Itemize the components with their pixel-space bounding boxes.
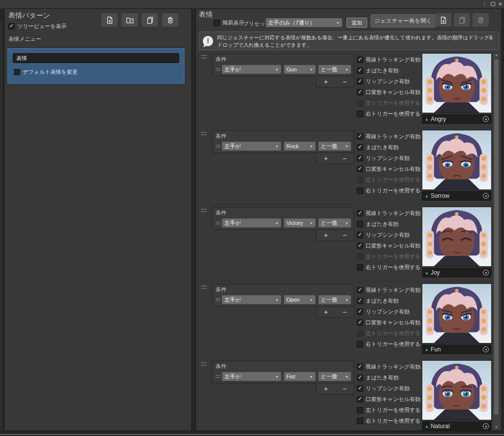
checkbox-box[interactable] <box>357 396 363 403</box>
checkbox-box[interactable] <box>357 166 363 172</box>
object-picker-icon[interactable] <box>483 346 489 352</box>
gesture-dropdown[interactable]: Gun ▼ <box>284 64 316 74</box>
object-picker-icon[interactable] <box>483 116 489 122</box>
checkbox-box[interactable] <box>357 57 363 63</box>
mouth-morph-cancel-checkbox[interactable]: 口変形キャンセル有効 <box>357 319 420 326</box>
scroll-up-icon[interactable]: ▲ <box>493 53 500 57</box>
default-expression-toggle[interactable]: デフォルト表情を変更 <box>14 68 78 76</box>
match-dropdown[interactable]: と一致 ▼ <box>318 218 351 228</box>
scrollbar-thumb[interactable] <box>494 59 499 415</box>
row-drag-handle[interactable] <box>201 55 207 59</box>
remove-condition-button[interactable]: − <box>343 155 346 162</box>
hand-dropdown[interactable]: 左手が ▼ <box>221 141 282 151</box>
checkbox-box[interactable] <box>357 89 363 95</box>
checkbox-box[interactable] <box>8 23 15 30</box>
remove-condition-button[interactable]: − <box>343 309 346 315</box>
add-condition-button[interactable]: + <box>324 155 328 162</box>
match-dropdown[interactable]: と一致 ▼ <box>318 372 351 381</box>
checkbox-box[interactable] <box>357 374 363 381</box>
checkbox-box[interactable] <box>357 187 363 194</box>
checkbox-box[interactable] <box>357 385 363 392</box>
gesture-dropdown[interactable]: Victory ▼ <box>284 218 316 228</box>
scroll-down-icon[interactable]: ▼ <box>493 425 500 429</box>
checkbox-box[interactable] <box>357 210 363 217</box>
lipsync-checkbox[interactable]: リップシンク有効 <box>357 78 410 85</box>
add-condition-button[interactable]: + <box>324 232 328 239</box>
row-drag-handle[interactable] <box>201 362 207 366</box>
blink-checkbox[interactable]: まばたき有効 <box>357 144 399 151</box>
add-condition-button[interactable]: + <box>324 309 328 315</box>
checkbox-box[interactable] <box>357 111 363 117</box>
checkbox-box[interactable] <box>357 264 363 271</box>
hand-dropdown[interactable]: 左手が ▼ <box>221 64 282 74</box>
blink-checkbox[interactable]: まばたき有効 <box>357 374 399 381</box>
match-dropdown[interactable]: と一致 ▼ <box>318 64 351 74</box>
remove-condition-button[interactable]: − <box>343 232 346 239</box>
blink-checkbox[interactable]: まばたき有効 <box>357 67 399 74</box>
open-gesture-table-button[interactable]: ジェスチャー表を開く <box>371 14 436 28</box>
checkbox-box[interactable] <box>14 69 20 75</box>
match-dropdown[interactable]: と一致 ▼ <box>318 295 351 305</box>
right-trigger-checkbox[interactable]: 右トリガーを使用する <box>357 110 421 118</box>
expression-menu-selected-item[interactable]: デフォルト表情を変更 <box>7 48 185 84</box>
checkbox-box[interactable] <box>357 319 363 326</box>
checkbox-box[interactable] <box>357 144 363 151</box>
condition-drag-handle[interactable] <box>216 298 220 301</box>
checkbox-box[interactable] <box>357 78 363 85</box>
eye-tracking-checkbox[interactable]: 視線トラッキング有効 <box>357 286 421 294</box>
window-close-icon[interactable]: ✕ <box>498 0 503 7</box>
gesture-dropdown[interactable]: Fist ▼ <box>284 372 316 381</box>
row-drag-handle[interactable] <box>201 285 207 289</box>
blink-checkbox[interactable]: まばたき有効 <box>357 297 399 305</box>
eye-tracking-checkbox[interactable]: 視線トラッキング有効 <box>357 133 421 140</box>
vertical-scrollbar[interactable]: ▲ ▼ <box>493 52 500 430</box>
row-drag-handle[interactable] <box>201 209 207 212</box>
match-dropdown[interactable]: と一致 ▼ <box>318 141 351 151</box>
hand-dropdown[interactable]: 左手が ▼ <box>221 372 282 381</box>
condition-drag-handle[interactable] <box>216 68 220 71</box>
checkbox-box[interactable] <box>357 155 363 161</box>
eye-tracking-checkbox[interactable]: 視線トラッキング有効 <box>357 56 421 63</box>
new-folder-button[interactable] <box>122 13 138 27</box>
checkbox-box[interactable] <box>357 309 363 315</box>
object-picker-icon[interactable] <box>483 423 489 429</box>
simple-view-toggle[interactable]: 簡易表示 <box>214 19 244 27</box>
mouth-morph-cancel-checkbox[interactable]: 口変形キャンセル有効 <box>357 242 420 249</box>
lipsync-checkbox[interactable]: リップシンク有効 <box>357 385 410 392</box>
checkbox-box[interactable] <box>357 364 363 370</box>
checkbox-box[interactable] <box>357 287 363 293</box>
object-picker-icon[interactable] <box>483 193 489 199</box>
object-picker-icon[interactable] <box>483 270 489 276</box>
checkbox-box[interactable] <box>357 418 363 424</box>
window-menu-icon[interactable]: ⋮ <box>482 0 487 7</box>
left-trigger-checkbox[interactable]: 左トリガーを使用する <box>357 406 421 414</box>
gesture-dropdown[interactable]: Open ▼ <box>284 295 316 305</box>
hand-dropdown[interactable]: 左手が ▼ <box>221 218 282 228</box>
checkbox-box[interactable] <box>357 298 363 304</box>
eye-tracking-checkbox[interactable]: 視線トラッキング有効 <box>357 210 421 217</box>
add-condition-button[interactable]: + <box>324 385 328 392</box>
remove-condition-button[interactable]: − <box>343 385 346 392</box>
expression-name-input[interactable] <box>13 53 179 63</box>
checkbox-box[interactable] <box>357 232 363 238</box>
checkbox-box[interactable] <box>357 407 363 413</box>
checkbox-box[interactable] <box>357 133 363 140</box>
duplicate-expression-button[interactable] <box>454 13 470 27</box>
right-trigger-checkbox[interactable]: 右トリガーを使用する <box>357 187 421 194</box>
window-maximize-icon[interactable] <box>491 2 495 6</box>
new-expression-button[interactable] <box>435 13 451 27</box>
delete-expression-button[interactable] <box>472 13 489 27</box>
mouth-morph-cancel-checkbox[interactable]: 口変形キャンセル有効 <box>357 165 420 173</box>
mouth-morph-cancel-checkbox[interactable]: 口変形キャンセル有効 <box>357 396 420 403</box>
right-trigger-checkbox[interactable]: 右トリガーを使用する <box>357 341 421 348</box>
preset-dropdown[interactable]: 左手のみ（7通り） ▼ <box>265 18 343 28</box>
treeview-toggle[interactable]: ツリービューを表示 <box>8 23 66 30</box>
new-document-button[interactable] <box>101 13 118 27</box>
lipsync-checkbox[interactable]: リップシンク有効 <box>357 308 410 315</box>
condition-drag-handle[interactable] <box>216 145 220 148</box>
mouth-morph-cancel-checkbox[interactable]: 口変形キャンセル有効 <box>357 89 420 96</box>
blink-checkbox[interactable]: まばたき有効 <box>357 220 399 228</box>
condition-drag-handle[interactable] <box>216 375 220 378</box>
row-drag-handle[interactable] <box>201 132 207 135</box>
checkbox-box[interactable] <box>214 20 220 26</box>
